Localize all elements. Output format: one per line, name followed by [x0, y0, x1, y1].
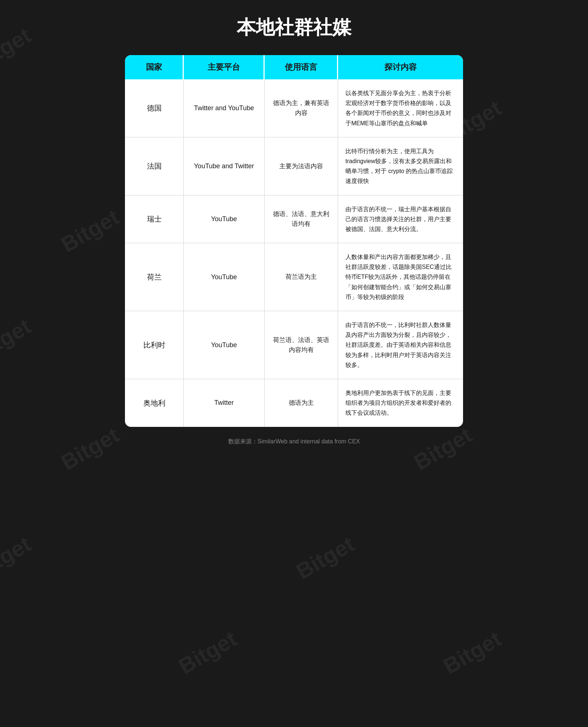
cell-language: 德语、法语、意大利语均有 [265, 195, 338, 243]
table-header: 国家 主要平台 使用语言 探讨内容 [125, 55, 463, 79]
cell-platform: YouTube [184, 243, 265, 311]
cell-language: 德语为主，兼有英语内容 [265, 79, 338, 137]
table-row: 瑞士YouTube德语、法语、意大利语均有由于语言的不统一，瑞士用户基本根据自己… [125, 195, 463, 244]
header-content: 探讨内容 [338, 55, 463, 79]
cell-language: 主要为法语内容 [265, 137, 338, 195]
footer-note: 数据来源：SimilarWeb and internal data from C… [125, 434, 463, 449]
table-body: 德国Twitter and YouTube德语为主，兼有英语内容以各类线下见面分… [125, 79, 463, 427]
cell-platform: YouTube and Twitter [184, 137, 265, 195]
table-row: 德国Twitter and YouTube德语为主，兼有英语内容以各类线下见面分… [125, 79, 463, 137]
cell-country: 荷兰 [125, 243, 184, 311]
cell-content: 由于语言的不统一，比利时社群人数体量及内容产出方面较为分裂，且内容较少，社群活跃… [338, 311, 463, 379]
cell-platform: Twitter and YouTube [184, 79, 265, 137]
table-row: 荷兰YouTube荷兰语为主人数体量和产出内容方面都更加稀少，且社群活跃度较差，… [125, 243, 463, 311]
cell-language: 德语为主 [265, 379, 338, 427]
cell-country: 瑞士 [125, 195, 184, 243]
cell-country: 奥地利 [125, 379, 184, 427]
cell-platform: YouTube [184, 311, 265, 379]
table-row: 奥地利Twitter德语为主奥地利用户更加热衷于线下的见面，主要组织者为项目方组… [125, 379, 463, 427]
cell-content: 比特币行情分析为主，使用工具为tradingview较多，没有太多交易所露出和晒… [338, 137, 463, 195]
cell-language: 荷兰语为主 [265, 243, 338, 311]
cell-language: 荷兰语、法语、英语内容均有 [265, 311, 338, 379]
header-language: 使用语言 [265, 55, 338, 79]
header-platform: 主要平台 [184, 55, 265, 79]
main-table: 国家 主要平台 使用语言 探讨内容 德国Twitter and YouTube德… [125, 55, 463, 427]
cell-country: 法国 [125, 137, 184, 195]
header-country: 国家 [125, 55, 184, 79]
cell-country: 德国 [125, 79, 184, 137]
cell-content: 人数体量和产出内容方面都更加稀少，且社群活跃度较差，话题除美国SEC通过比特币E… [338, 243, 463, 311]
cell-content: 由于语言的不统一，瑞士用户基本根据自己的语言习惯选择关注的社群，用户主要被德国、… [338, 195, 463, 243]
cell-country: 比利时 [125, 311, 184, 379]
cell-platform: Twitter [184, 379, 265, 427]
cell-content: 以各类线下见面分享会为主，热衷于分析宏观经济对于数字货币价格的影响，以及各个新闻… [338, 79, 463, 137]
cell-content: 奥地利用户更加热衷于线下的见面，主要组织者为项目方组织的开发者和爱好者的线下会议… [338, 379, 463, 427]
page-title: 本地社群社媒 [125, 15, 463, 40]
table-row: 法国YouTube and Twitter主要为法语内容比特币行情分析为主，使用… [125, 137, 463, 195]
table-row: 比利时YouTube荷兰语、法语、英语内容均有由于语言的不统一，比利时社群人数体… [125, 311, 463, 379]
cell-platform: YouTube [184, 195, 265, 243]
